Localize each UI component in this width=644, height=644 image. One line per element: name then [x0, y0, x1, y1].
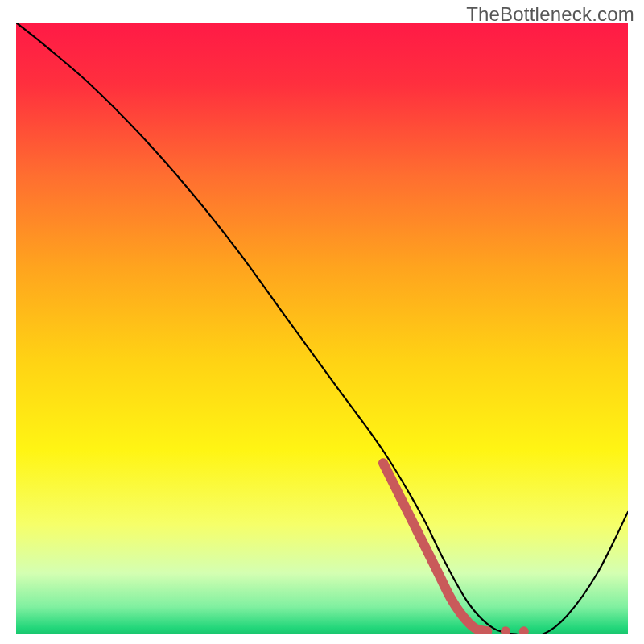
plot-area	[16, 23, 628, 634]
chart-container: TheBottleneck.com	[0, 0, 644, 644]
gradient-background	[16, 23, 628, 634]
chart-svg	[16, 23, 628, 634]
